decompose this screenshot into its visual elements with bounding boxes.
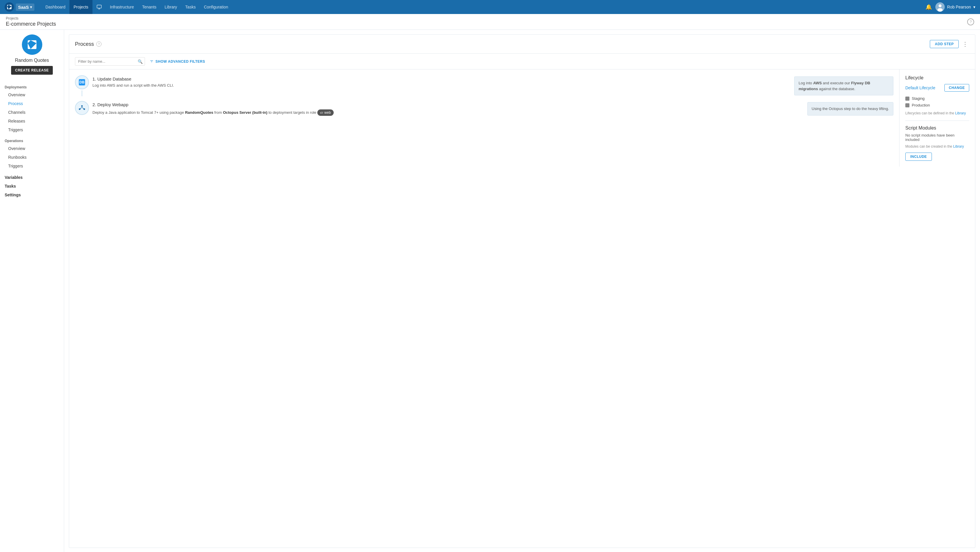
sidebar-item-process[interactable]: Process <box>0 99 64 108</box>
sidebar-item-settings[interactable]: Settings <box>0 191 64 199</box>
create-release-button[interactable]: CREATE RELEASE <box>11 66 53 75</box>
modules-library-link[interactable]: Library <box>953 145 964 148</box>
breadcrumb: Projects E-commerce Projects <box>6 16 56 27</box>
nav-dashboard[interactable]: Dashboard <box>41 0 70 14</box>
add-step-button[interactable]: ADD STEP <box>930 40 959 48</box>
panel-header: Process ? ADD STEP ⋮ <box>69 35 975 54</box>
sidebar-item-releases[interactable]: Releases <box>0 117 64 126</box>
app-name: SaaS <box>18 5 29 10</box>
production-label: Production <box>912 103 930 107</box>
process-body: DB 1. Update Database Log into <box>69 70 975 167</box>
user-menu[interactable]: Rob Pearson ▾ <box>935 2 975 12</box>
help-icon[interactable]: ? <box>967 18 974 25</box>
process-panel: Process ? ADD STEP ⋮ 🔍 SHOW ADVANCED FIL… <box>69 34 975 548</box>
sidebar-item-operations-overview[interactable]: Overview <box>0 144 64 153</box>
production-dot <box>905 103 909 107</box>
step-2-number: 2. <box>92 102 96 107</box>
panel-title: Process ? <box>75 41 102 47</box>
step-1-content: 1. Update Database Log into AWS and run … <box>92 75 791 88</box>
logo-icon <box>5 2 14 12</box>
svg-point-3 <box>937 8 943 12</box>
step-2-role-tag: 🏷 web <box>317 110 334 116</box>
user-dropdown-icon: ▾ <box>973 5 975 10</box>
library-link[interactable]: Library <box>955 111 966 115</box>
sidebar-item-variables[interactable]: Variables <box>0 172 64 182</box>
svg-point-9 <box>78 104 86 112</box>
show-advanced-filters-button[interactable]: SHOW ADVANCED FILTERS <box>150 59 205 64</box>
sidebar-item-channels[interactable]: Channels <box>0 108 64 117</box>
no-modules-text: No script modules have been included <box>905 133 969 142</box>
include-button[interactable]: INCLUDE <box>905 153 932 161</box>
step-1-icon: DB <box>75 75 89 89</box>
modules-note: Modules can be created in the Library <box>905 144 969 149</box>
logo-area[interactable]: SaaS ▾ <box>5 2 39 12</box>
step-1-description: Log into AWS and run a script with the A… <box>92 83 791 88</box>
svg-rect-0 <box>97 5 101 8</box>
change-lifecycle-button[interactable]: CHANGE <box>944 84 969 92</box>
nav-right: 🔔 Rob Pearson ▾ <box>926 2 975 12</box>
main-layout: Random Quotes CREATE RELEASE Deployments… <box>0 30 980 552</box>
dropdown-arrow-icon: ▾ <box>30 5 32 10</box>
sidebar-item-deployments-overview[interactable]: Overview <box>0 91 64 99</box>
lifecycle-section-title: Lifecycle <box>905 75 969 81</box>
env-production: Production <box>905 102 969 108</box>
nav-infrastructure[interactable]: Infrastructure <box>106 0 138 14</box>
project-name: Random Quotes <box>15 58 49 63</box>
sidebar-item-operations-triggers[interactable]: Triggers <box>0 162 64 170</box>
steps-list: DB 1. Update Database Log into <box>75 75 893 161</box>
step-1-tooltip: Log into AWS and execute our Flyway DB m… <box>794 76 893 95</box>
step-1-title[interactable]: 1. Update Database <box>92 76 791 81</box>
filter-bar: 🔍 SHOW ADVANCED FILTERS <box>69 54 975 70</box>
top-navigation: SaaS ▾ Dashboard Projects Infrastructure… <box>0 0 980 14</box>
panel-actions: ADD STEP ⋮ <box>930 40 969 49</box>
sidebar-item-deployments-triggers[interactable]: Triggers <box>0 126 64 134</box>
svg-text:DB: DB <box>80 80 84 84</box>
lifecycle-row: Default Lifecycle CHANGE <box>905 84 969 92</box>
step-2-role-label: web <box>325 110 331 115</box>
env-staging: Staging <box>905 95 969 102</box>
saas-dropdown[interactable]: SaaS ▾ <box>16 3 34 11</box>
step-2-title[interactable]: 2. Deploy Webapp <box>92 102 804 107</box>
step-1-number: 1. <box>92 76 96 81</box>
process-help-icon[interactable]: ? <box>96 41 102 47</box>
user-name: Rob Pearson <box>947 5 971 10</box>
deployments-section: Deployments Overview Process Channels Re… <box>0 82 64 134</box>
operations-section: Operations Overview Runbooks Triggers <box>0 135 64 170</box>
nav-projects[interactable]: Projects <box>69 0 92 14</box>
modules-note-text: Modules can be created in the <box>905 145 953 148</box>
bottom-nav-section: Variables Tasks Settings <box>0 172 64 199</box>
lifecycle-name: Default Lifecycle <box>905 86 935 90</box>
step-2-icon <box>75 101 89 115</box>
operations-title: Operations <box>0 135 64 144</box>
filter-input[interactable] <box>75 57 145 66</box>
nav-configuration[interactable]: Configuration <box>200 0 232 14</box>
process-title-text: Process <box>75 41 94 47</box>
project-icon <box>22 34 42 55</box>
nav-tasks[interactable]: Tasks <box>181 0 200 14</box>
filter-input-wrap: 🔍 <box>75 57 145 66</box>
script-modules-title: Script Modules <box>905 126 969 131</box>
step-2-tooltip: Using the Octopus step to do the heavy l… <box>807 102 893 116</box>
step-2-content: 2. Deploy Webapp Deploy a Java applicati… <box>92 101 804 116</box>
show-advanced-label: SHOW ADVANCED FILTERS <box>156 59 205 64</box>
content-area: Process ? ADD STEP ⋮ 🔍 SHOW ADVANCED FIL… <box>64 30 980 552</box>
sidebar-item-tasks[interactable]: Tasks <box>0 182 64 191</box>
step-1: DB 1. Update Database Log into <box>75 75 893 96</box>
sidebar-item-runbooks[interactable]: Runbooks <box>0 153 64 162</box>
notification-bell-icon[interactable]: 🔔 <box>926 4 932 10</box>
right-panel: Lifecycle Default Lifecycle CHANGE Stagi… <box>899 70 975 167</box>
nav-monitor[interactable] <box>92 0 106 14</box>
nav-tenants[interactable]: Tenants <box>138 0 161 14</box>
lifecycle-note-text: Lifecycles can be defined in the <box>905 111 955 115</box>
svg-point-10 <box>79 108 80 110</box>
breadcrumb-parent: Projects <box>6 16 56 21</box>
step-1-icon-wrap: DB <box>75 75 89 96</box>
step-1-title-text: Update Database <box>97 76 132 81</box>
more-options-icon[interactable]: ⋮ <box>961 40 969 49</box>
right-divider <box>905 121 969 121</box>
steps-container: DB 1. Update Database Log into <box>69 70 899 167</box>
staging-dot <box>905 97 909 101</box>
search-icon: 🔍 <box>138 59 143 64</box>
nav-library[interactable]: Library <box>161 0 181 14</box>
step-connector <box>82 91 82 96</box>
